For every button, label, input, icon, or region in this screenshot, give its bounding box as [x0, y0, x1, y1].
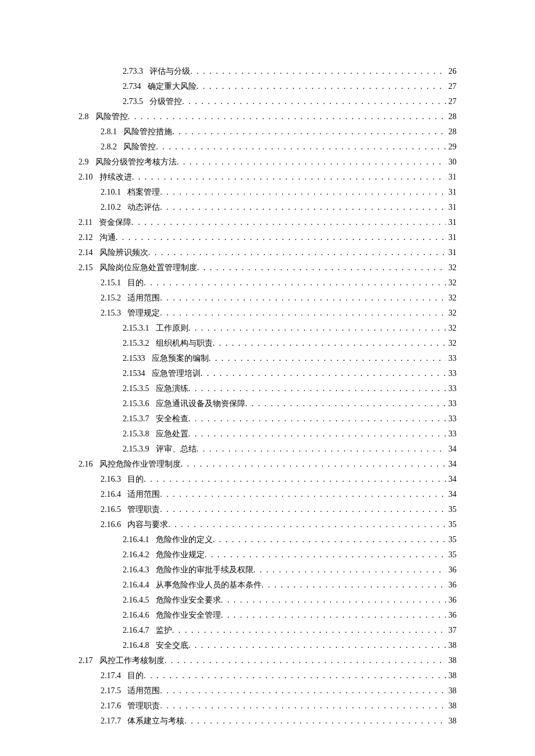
- toc-number: 2.10: [79, 170, 93, 185]
- toc-number: 2.10.1: [101, 185, 121, 200]
- toc-leader-dots: [160, 683, 446, 698]
- toc-entry: 2.16风控危险作业管理制度34: [79, 457, 456, 472]
- toc-number: 2.15.3.2: [123, 336, 149, 351]
- toc-page-number: 28: [446, 109, 456, 124]
- toc-page-number: 31: [446, 245, 456, 260]
- toc-leader-dots: [144, 668, 446, 683]
- toc-leader-dots: [131, 215, 446, 230]
- toc-number: 2.17.6: [101, 698, 121, 714]
- toc-page-number: 33: [446, 366, 456, 381]
- toc-leader-dots: [168, 517, 446, 532]
- toc-title: 目的: [127, 275, 144, 291]
- toc-number: 2.15.3.7: [123, 411, 149, 427]
- toc-leader-dots: [221, 608, 446, 623]
- toc-leader-dots: [160, 291, 446, 306]
- toc-page-number: 31: [446, 185, 456, 200]
- toc-leader-dots: [160, 306, 446, 321]
- toc-number: 2.73.3: [123, 64, 143, 79]
- toc-number: 2.16: [79, 457, 93, 472]
- toc-leader-dots: [245, 396, 446, 411]
- toc-title: 分级管控: [149, 94, 182, 109]
- toc-number: 2.15.3: [101, 306, 121, 321]
- toc-page-number: 34: [446, 442, 456, 457]
- toc-number: 2.15.3.5: [123, 381, 149, 396]
- toc-number: 2.73.5: [123, 94, 143, 109]
- toc-page-number: 34: [446, 472, 456, 487]
- toc-page-number: 32: [446, 306, 456, 321]
- toc-entry: 2.16.4.5危险作业安全要求36: [79, 593, 456, 608]
- toc-page-number: 38: [446, 653, 456, 668]
- toc-entry: 2.10.1档案管理31: [79, 185, 456, 200]
- toc-number: 2.17.7: [101, 714, 121, 729]
- toc-title: 危险作业规定: [156, 547, 205, 562]
- toc-entry: 2.9风险分级管控考核方法30: [79, 155, 456, 170]
- toc-leader-dots: [188, 381, 446, 396]
- toc-title: 风险分级管控考核方法: [95, 155, 177, 170]
- toc-page-number: 26: [446, 64, 456, 79]
- toc-entry: 2.734确定重大风险27: [79, 79, 456, 94]
- toc-title: 目的: [127, 472, 144, 487]
- toc-number: 2.734: [123, 79, 141, 94]
- toc-entry: 2.16.3目的34: [79, 472, 456, 487]
- toc-title: 应急通讯设备及物资保障: [156, 396, 245, 411]
- toc-leader-dots: [172, 124, 446, 139]
- toc-entry: 2.12沟通31: [79, 230, 456, 245]
- toc-leader-dots: [184, 714, 446, 729]
- toc-number: 2.16.4.7: [123, 623, 149, 638]
- toc-leader-dots: [221, 593, 446, 608]
- toc-page-number: 31: [446, 215, 456, 230]
- toc-number: 2.11: [79, 215, 92, 230]
- toc-entry: 2.1534应急管理培训33: [79, 366, 456, 381]
- toc-leader-dots: [160, 185, 446, 200]
- toc-entry: 2.16.4.2危险作业规定35: [79, 547, 456, 562]
- toc-leader-dots: [181, 457, 446, 472]
- toc-page-number: 32: [446, 321, 456, 336]
- toc-leader-dots: [209, 351, 446, 366]
- toc-title: 确定重大风险: [148, 79, 197, 94]
- toc-number: 2.8: [79, 109, 89, 124]
- toc-leader-dots: [213, 336, 446, 351]
- toc-entry: 2.17.5适用范围38: [79, 683, 456, 698]
- toc-title: 应急处置: [156, 427, 188, 442]
- toc-number: 2.16.4: [101, 487, 121, 502]
- toc-page-number: 32: [446, 336, 456, 351]
- toc-leader-dots: [128, 109, 446, 124]
- toc-page-number: 27: [446, 79, 456, 94]
- toc-entry: 2.15.3.2组织机构与职责32: [79, 336, 456, 351]
- toc-page-number: 35: [446, 502, 456, 517]
- toc-leader-dots: [165, 653, 446, 668]
- toc-number: 2.16.4.6: [123, 608, 149, 623]
- toc-title: 监护: [156, 623, 172, 638]
- toc-title: 适用范围: [127, 683, 160, 698]
- toc-title: 持续改进: [99, 170, 132, 185]
- toc-title: 评估与分级: [149, 64, 190, 79]
- toc-page-number: 33: [446, 351, 456, 366]
- toc-leader-dots: [213, 532, 446, 547]
- toc-entry: 2.17风控工作考核制度38: [79, 653, 456, 668]
- toc-number: 2.14: [79, 245, 93, 260]
- toc-number: 2.9: [79, 155, 89, 170]
- toc-entry: 2.73.3评估与分级26: [79, 64, 456, 79]
- toc-page-number: 38: [446, 683, 456, 698]
- toc-title: 评审、总结: [156, 442, 197, 457]
- toc-number: 2.16.4.5: [123, 593, 149, 608]
- toc-page-number: 38: [446, 714, 456, 729]
- toc-entry: 2.16.4.4从事危险作业人员的基本条件36: [79, 578, 456, 593]
- toc-number: 2.17: [79, 653, 93, 668]
- toc-leader-dots: [188, 321, 446, 336]
- toc-title: 管理规定: [127, 306, 160, 321]
- toc-entry: 2.16.4适用范围34: [79, 487, 456, 502]
- toc-number: 2.8.2: [101, 139, 117, 155]
- toc-entry: 2.15.2适用范围32: [79, 291, 456, 306]
- toc-page-number: 32: [446, 275, 456, 291]
- toc-title: 从事危险作业人员的基本条件: [156, 578, 262, 593]
- toc-leader-dots: [160, 200, 446, 215]
- toc-number: 2.15.2: [101, 291, 121, 306]
- toc-entry: 2.14风险辨识频次31: [79, 245, 456, 260]
- toc-entry: 2.15.3.6应急通讯设备及物资保障33: [79, 396, 456, 411]
- toc-entry: 2.16.4.8安全交底38: [79, 638, 456, 653]
- toc-leader-dots: [177, 155, 446, 170]
- toc-entry: 2.8风险管控28: [79, 109, 456, 124]
- toc-title: 应急预案的编制: [152, 351, 209, 366]
- toc-number: 2.16.3: [101, 472, 121, 487]
